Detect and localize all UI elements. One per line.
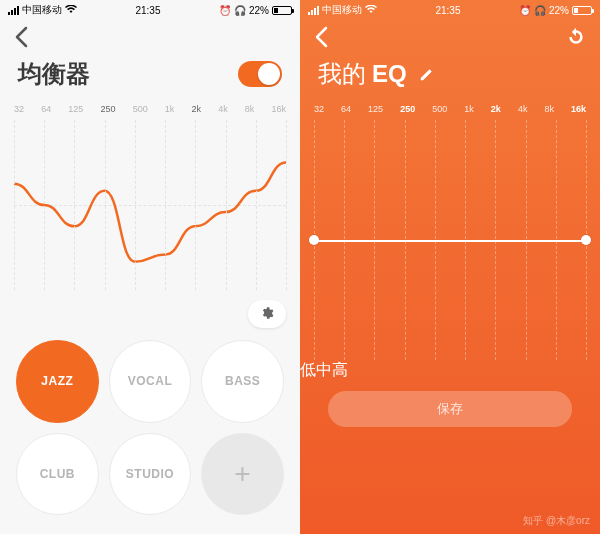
grid-line (556, 120, 557, 360)
freq-label: 1k (464, 104, 474, 114)
preset-jazz[interactable]: JAZZ (16, 340, 99, 423)
eq-handle[interactable] (309, 235, 319, 245)
freq-label: 125 (368, 104, 383, 114)
headphone-icon: 🎧 (234, 5, 246, 16)
eq-flat-line (314, 240, 586, 242)
grid-line (435, 120, 436, 360)
signal-icon (8, 6, 19, 15)
freq-label: 64 (341, 104, 351, 114)
grid-line (526, 120, 527, 360)
freq-label: 4k (218, 104, 228, 114)
reset-button[interactable] (566, 27, 586, 52)
band-label: 高 (332, 361, 348, 378)
watermark: 知乎 @木彦orz (523, 514, 590, 528)
grid-line (135, 120, 136, 290)
wifi-icon (65, 5, 77, 16)
freq-label: 32 (314, 104, 324, 114)
freq-label: 8k (544, 104, 554, 114)
grid-line (165, 120, 166, 290)
freq-label: 125 (68, 104, 83, 114)
back-button[interactable] (14, 26, 28, 52)
freq-label: 8k (245, 104, 255, 114)
status-bar: 中国移动 21:35 ⏰ 🎧 22% (300, 0, 600, 20)
preset-studio[interactable]: STUDIO (109, 433, 192, 516)
battery-pct: 22% (549, 5, 569, 16)
freq-label: 250 (400, 104, 415, 114)
low-mid-high-labels: 低中高 (300, 360, 600, 381)
freq-label: 500 (133, 104, 148, 114)
freq-label: 4k (518, 104, 528, 114)
freq-label: 2k (191, 104, 201, 114)
headphone-icon: 🎧 (534, 5, 546, 16)
carrier: 中国移动 (22, 3, 62, 17)
grid-line (226, 120, 227, 290)
settings-button[interactable] (248, 300, 286, 328)
eq-handle[interactable] (581, 235, 591, 245)
band-label: 低 (300, 361, 316, 378)
freq-label: 250 (100, 104, 115, 114)
wifi-icon (365, 5, 377, 16)
preset-club[interactable]: CLUB (16, 433, 99, 516)
preset-vocal[interactable]: VOCAL (109, 340, 192, 423)
grid-line (495, 120, 496, 360)
grid-line (14, 120, 15, 290)
freq-labels: 32641252505001k2k4k8k16k (300, 104, 600, 114)
grid-line (374, 120, 375, 360)
clock: 21:35 (135, 5, 160, 16)
grid-line (465, 120, 466, 360)
freq-label: 16k (571, 104, 586, 114)
battery-icon (272, 6, 292, 15)
carrier: 中国移动 (322, 3, 362, 17)
add-preset-button[interactable]: + (201, 433, 284, 516)
edit-icon[interactable] (419, 68, 433, 85)
freq-label: 1k (165, 104, 175, 114)
grid-line (286, 120, 287, 290)
preset-bass[interactable]: BASS (201, 340, 284, 423)
alarm-icon: ⏰ (519, 5, 531, 16)
clock: 21:35 (435, 5, 460, 16)
freq-label: 32 (14, 104, 24, 114)
grid-line (105, 120, 106, 290)
eq-chart[interactable] (314, 120, 586, 360)
battery-pct: 22% (249, 5, 269, 16)
page-title: 均衡器 (18, 58, 90, 90)
grid-line (74, 120, 75, 290)
back-button[interactable] (314, 26, 328, 52)
freq-label: 16k (271, 104, 286, 114)
status-bar: 中国移动 21:35 ⏰ 🎧 22% (0, 0, 300, 20)
freq-labels: 32641252505001k2k4k8k16k (0, 104, 300, 114)
eq-chart[interactable] (14, 120, 286, 290)
signal-icon (308, 6, 319, 15)
grid-line (195, 120, 196, 290)
page-title: 我的 EQ (318, 58, 433, 90)
grid-line (405, 120, 406, 360)
grid-line (344, 120, 345, 360)
freq-label: 2k (491, 104, 501, 114)
gear-icon (260, 306, 274, 323)
freq-label: 500 (432, 104, 447, 114)
grid-line (256, 120, 257, 290)
band-label: 中 (316, 361, 332, 378)
battery-icon (572, 6, 592, 15)
save-button[interactable]: 保存 (328, 391, 572, 427)
eq-toggle[interactable] (238, 61, 282, 87)
freq-label: 64 (41, 104, 51, 114)
alarm-icon: ⏰ (219, 5, 231, 16)
grid-line (44, 120, 45, 290)
preset-grid: JAZZVOCALBASSCLUBSTUDIO+ (0, 334, 300, 525)
